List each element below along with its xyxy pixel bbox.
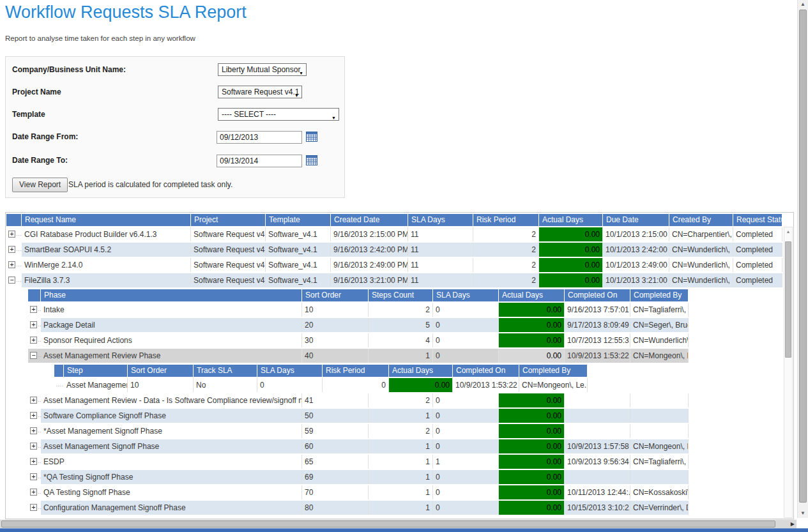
- phase-row[interactable]: + Software Compliance Signoff Phase 50 1…: [28, 409, 793, 423]
- column-header-completed-on[interactable]: Completed On: [565, 289, 630, 301]
- date-from-input[interactable]: [217, 131, 302, 144]
- column-header-created-date[interactable]: Created Date: [331, 214, 408, 226]
- expand-toggle-icon[interactable]: +: [30, 412, 37, 419]
- expand-cell[interactable]: +: [6, 258, 22, 272]
- expand-toggle-icon[interactable]: −: [8, 277, 15, 284]
- expand-toggle-icon[interactable]: +: [8, 246, 15, 253]
- phase-name-cell: QA Testing Signoff Phase: [41, 485, 302, 499]
- expand-cell[interactable]: −: [28, 349, 41, 363]
- expand-cell[interactable]: +: [28, 485, 41, 499]
- expand-cell[interactable]: +: [6, 227, 22, 241]
- column-header-phase[interactable]: Phase: [41, 289, 302, 301]
- column-header-request-name[interactable]: Request Name: [22, 214, 191, 226]
- column-header-request-status[interactable]: Request Status: [733, 214, 782, 226]
- actual-days-cell: 0.00: [499, 455, 565, 469]
- column-header-due-date[interactable]: Due Date: [603, 214, 669, 226]
- column-header-step[interactable]: Step: [64, 365, 128, 377]
- date-from-calendar-button[interactable]: [306, 132, 317, 142]
- column-header-completed-by[interactable]: Completed By: [519, 365, 588, 377]
- expand-cell[interactable]: −: [6, 273, 22, 287]
- expand-cell[interactable]: +: [28, 303, 41, 317]
- actual-days-cell: 0.00: [499, 393, 565, 407]
- expand-toggle-icon[interactable]: +: [30, 427, 37, 434]
- step-row[interactable]: Asset Managemen... 10 No 0 0 0.00 10/9/2…: [54, 378, 793, 392]
- expand-cell[interactable]: +: [28, 470, 41, 484]
- scroll-right-arrow-icon[interactable]: ▶: [791, 520, 795, 529]
- phase-row[interactable]: + Configuration Management Signoff Phase…: [28, 501, 793, 515]
- column-header-sort-order[interactable]: Sort Order: [302, 289, 369, 301]
- phase-row[interactable]: + *Asset Management Signoff Phase 59 2 0…: [28, 424, 793, 438]
- column-header-sort-order[interactable]: Sort Order: [128, 365, 194, 377]
- expand-toggle-icon[interactable]: +: [30, 337, 37, 344]
- expand-cell[interactable]: +: [28, 393, 41, 407]
- expand-toggle-icon[interactable]: +: [30, 504, 37, 511]
- expand-cell[interactable]: +: [28, 318, 41, 332]
- horizontal-scrollbar-thumb[interactable]: [1, 521, 775, 528]
- table-scrollbar-thumb[interactable]: [785, 241, 791, 358]
- phase-row[interactable]: + Package Detail 20 5 0 0.00 9/17/2013 8…: [28, 318, 793, 332]
- request-row[interactable]: − FileZilla 3.7.3 Software Request v4.1 …: [6, 273, 793, 287]
- actual-days-cell: 0.00: [499, 439, 565, 453]
- column-header-track-sla[interactable]: Track SLA: [194, 365, 257, 377]
- expand-cell[interactable]: +: [28, 439, 41, 453]
- column-header-sla-days[interactable]: SLA Days: [257, 365, 323, 377]
- template-select[interactable]: ---- SELECT ---- ▼: [218, 108, 339, 121]
- column-header-actual-days[interactable]: Actual Days: [539, 214, 603, 226]
- phase-row[interactable]: + Asset Management Signoff Phase 60 1 0 …: [28, 439, 793, 453]
- column-header-project[interactable]: Project: [191, 214, 266, 226]
- column-header-actual-days[interactable]: Actual Days: [499, 289, 565, 301]
- date-to-input[interactable]: [217, 155, 302, 167]
- column-header-steps-count[interactable]: Steps Count: [369, 289, 433, 301]
- template-label: Template: [12, 110, 45, 119]
- sort-order-cell: 50: [302, 409, 369, 423]
- expand-cell[interactable]: +: [6, 243, 22, 257]
- project-cell: Software Request v4.1: [191, 243, 266, 257]
- expand-toggle-icon[interactable]: +: [8, 231, 15, 238]
- column-header-completed-by[interactable]: Completed By: [630, 289, 689, 301]
- phase-row[interactable]: + Intake 10 2 0 0.00 9/16/2013 7:57:01 .…: [28, 303, 793, 317]
- column-header-actual-days[interactable]: Actual Days: [389, 365, 453, 377]
- expand-toggle-icon[interactable]: −: [30, 352, 37, 359]
- expand-toggle-icon[interactable]: +: [8, 261, 15, 268]
- page-horizontal-scrollbar[interactable]: ▶: [0, 519, 797, 528]
- expand-toggle-icon[interactable]: +: [30, 306, 37, 313]
- column-header-risk-period[interactable]: Risk Period: [323, 365, 389, 377]
- column-header-sla-days[interactable]: SLA Days: [433, 289, 499, 301]
- expand-toggle-icon[interactable]: +: [30, 458, 37, 465]
- column-header-created-by[interactable]: Created By: [669, 214, 733, 226]
- phase-row[interactable]: + *QA Testing Signoff Phase 69 1 0 0.00: [28, 470, 793, 484]
- expand-cell[interactable]: +: [28, 424, 41, 438]
- expand-toggle-icon[interactable]: +: [30, 489, 37, 496]
- expand-cell[interactable]: +: [28, 409, 41, 423]
- company-select[interactable]: Liberty Mutual Sponsor ▼: [218, 63, 307, 76]
- expand-toggle-icon[interactable]: +: [30, 473, 37, 480]
- column-header-risk-period[interactable]: Risk Period: [473, 214, 539, 226]
- request-row[interactable]: + CGI Ratabase Product Builder v6.4.1.3 …: [6, 227, 793, 241]
- view-report-button[interactable]: View Report: [12, 178, 68, 192]
- expand-toggle-icon[interactable]: +: [30, 397, 37, 404]
- project-select[interactable]: Software Request v4.1 ▼: [218, 86, 302, 98]
- page-vertical-scrollbar[interactable]: ▲ ▼: [797, 0, 808, 518]
- phase-row[interactable]: + ESDP 65 1 1 0.00 10/9/2013 9:56:34 ...…: [28, 455, 793, 469]
- scroll-down-arrow-icon[interactable]: ▼: [798, 509, 808, 518]
- request-row[interactable]: + WinMerge 2.14.0 Software Request v4.1 …: [6, 258, 793, 272]
- column-header-template[interactable]: Template: [266, 214, 331, 226]
- column-header-completed-on[interactable]: Completed On: [453, 365, 519, 377]
- expand-cell[interactable]: +: [28, 501, 41, 515]
- scroll-up-arrow-icon[interactable]: ▲: [798, 0, 808, 9]
- expand-cell[interactable]: +: [28, 455, 41, 469]
- phase-row[interactable]: − Asset Management Review Phase 40 1 0 0…: [28, 349, 793, 363]
- page-scrollbar-thumb[interactable]: [799, 10, 807, 503]
- expand-cell[interactable]: +: [28, 333, 41, 347]
- expand-toggle-icon[interactable]: +: [30, 443, 37, 450]
- date-to-calendar-button[interactable]: [306, 155, 317, 166]
- request-row[interactable]: + SmartBear SOAPUI 4.5.2 Software Reques…: [6, 243, 793, 257]
- scroll-up-arrow-icon[interactable]: ▲: [784, 227, 792, 236]
- phase-row[interactable]: + QA Testing Signoff Phase 70 1 0 0.00 1…: [28, 485, 793, 499]
- column-header-sla-days[interactable]: SLA Days: [408, 214, 473, 226]
- expand-toggle-icon[interactable]: +: [30, 321, 37, 328]
- phase-row[interactable]: + Asset Management Review - Data - Is So…: [28, 393, 793, 407]
- table-vertical-scrollbar[interactable]: ▲: [784, 227, 793, 518]
- completed-by-cell: [630, 393, 689, 407]
- phase-row[interactable]: + Sponsor Required Actions 30 4 0 0.00 1…: [28, 333, 793, 347]
